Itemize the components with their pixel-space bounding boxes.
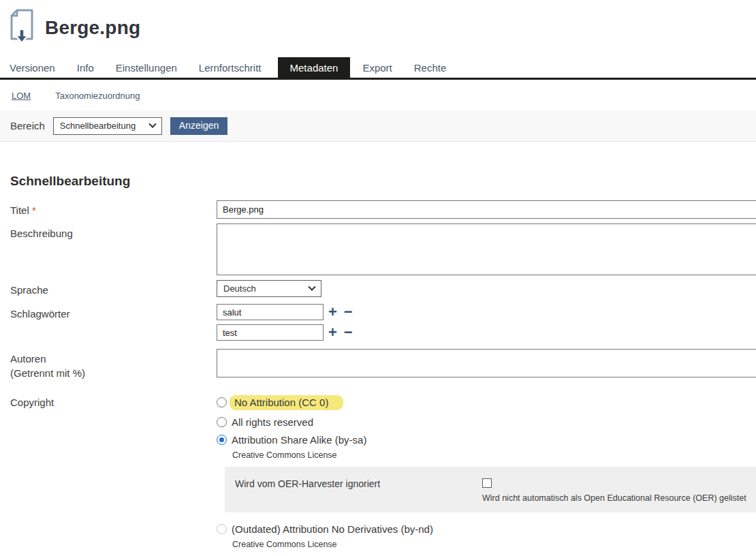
- subnav-taxonomiezuordnung[interactable]: Taxonomiezuordnung: [55, 91, 140, 101]
- oer-harvester-box: Wird vom OER-Harvester ignoriert Wird ni…: [225, 467, 756, 512]
- copyright-row: Copyright No Attribution (CC 0) All righ…: [10, 392, 756, 556]
- cc-license-note: Creative Commons License: [232, 450, 756, 460]
- radio-icon-disabled[interactable]: [217, 524, 227, 534]
- bereich-label: Bereich: [10, 120, 45, 132]
- autoren-textarea[interactable]: [217, 349, 756, 377]
- schlagwoerter-row: Schlagwörter + − + −: [10, 304, 756, 341]
- file-download-icon: [8, 8, 35, 48]
- form-heading: Schnellbearbeitung: [10, 174, 756, 189]
- beschreibung-textarea[interactable]: [217, 223, 756, 275]
- titel-input[interactable]: [217, 200, 756, 219]
- tab-lernfortschritt[interactable]: Lernfortschritt: [188, 57, 272, 78]
- radio-label-highlighted: No Attribution (CC 0): [230, 395, 343, 410]
- schlagwoerter-label: Schlagwörter: [10, 304, 217, 321]
- sprache-label: Sprache: [10, 280, 217, 297]
- page-title: Berge.png: [45, 17, 140, 39]
- sprache-select[interactable]: Deutsch: [217, 280, 321, 297]
- anzeigen-button[interactable]: Anzeigen: [170, 117, 227, 135]
- copyright-label: Copyright: [10, 392, 217, 410]
- tab-einstellungen[interactable]: Einstellungen: [105, 57, 188, 78]
- sprache-row: Sprache Deutsch: [10, 280, 756, 297]
- oer-harvester-checkbox[interactable]: [482, 478, 492, 488]
- add-keyword-icon[interactable]: +: [328, 326, 337, 339]
- radio-option-by-nd[interactable]: (Outdated) Attribution No Derivatives (b…: [217, 523, 756, 535]
- titel-label: Titel *: [10, 200, 217, 217]
- tab-info[interactable]: Info: [66, 57, 105, 78]
- autoren-row: Autoren (Getrennt mit %): [10, 349, 756, 380]
- chevron-down-icon: [308, 283, 315, 290]
- radio-icon-selected[interactable]: [217, 435, 227, 445]
- autoren-label: Autoren (Getrennt mit %): [10, 349, 217, 380]
- keyword-row: + −: [217, 304, 756, 320]
- tab-metadaten[interactable]: Metadaten: [278, 57, 351, 78]
- required-asterisk: *: [32, 204, 36, 216]
- tab-bar: Versionen Info Einstellungen Lernfortsch…: [0, 57, 756, 78]
- titel-row: Titel *: [10, 200, 756, 219]
- oer-harvester-description: Wird nicht automatisch als Open Educatio…: [482, 493, 756, 503]
- metadata-form: Schnellbearbeitung Titel * Beschreibung …: [0, 174, 756, 556]
- chevron-down-icon: [148, 120, 156, 127]
- beschreibung-row: Beschreibung: [10, 223, 756, 275]
- keyword-row: + −: [217, 324, 756, 341]
- oer-harvester-label: Wird vom OER-Harvester ignoriert: [235, 478, 482, 512]
- add-keyword-icon[interactable]: +: [328, 305, 337, 319]
- keyword-input-1[interactable]: [217, 304, 324, 320]
- page-header: Berge.png: [0, 0, 756, 53]
- sprache-select-value: Deutsch: [223, 283, 256, 294]
- radio-option-by-sa[interactable]: Attribution Share Alike (by-sa): [217, 434, 756, 446]
- radio-icon[interactable]: [217, 417, 227, 427]
- remove-keyword-icon[interactable]: −: [344, 305, 353, 319]
- bereich-select[interactable]: Schnellbearbeitung: [53, 117, 162, 135]
- radio-option-cc0[interactable]: No Attribution (CC 0): [217, 395, 756, 410]
- keyword-input-2[interactable]: [217, 324, 324, 341]
- bereich-bar: Bereich Schnellbearbeitung Anzeigen: [0, 110, 756, 142]
- tab-rechte[interactable]: Rechte: [403, 57, 458, 78]
- bereich-select-value: Schnellbearbeitung: [60, 121, 136, 131]
- autoren-hint: (Getrennt mit %): [10, 367, 85, 379]
- subnav-lom[interactable]: LOM: [12, 91, 31, 101]
- tab-export[interactable]: Export: [351, 57, 403, 78]
- cc-license-note: Creative Commons License: [232, 540, 756, 549]
- remove-keyword-icon[interactable]: −: [344, 326, 353, 339]
- tab-versionen[interactable]: Versionen: [0, 57, 66, 78]
- radio-option-all-rights[interactable]: All rights reserved: [217, 416, 756, 428]
- radio-icon[interactable]: [217, 397, 227, 407]
- metadata-subnav: LOM Taxonomiezuordnung: [0, 80, 756, 110]
- beschreibung-label: Beschreibung: [10, 223, 217, 241]
